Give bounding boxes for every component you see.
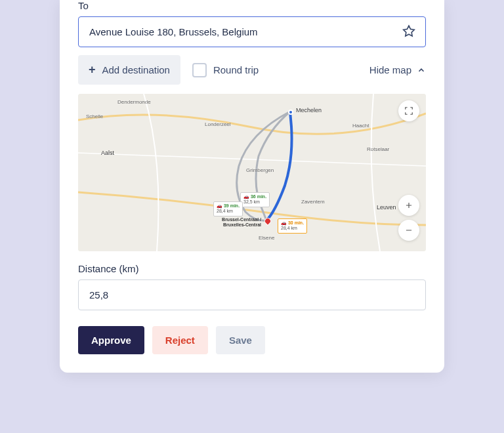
map-zoom-in-button[interactable]	[398, 195, 419, 216]
map-label-haacht: Haacht	[352, 123, 369, 129]
to-label: To	[78, 0, 426, 11]
map-zoom-out-button[interactable]	[398, 220, 419, 241]
svg-marker-0	[404, 26, 415, 36]
map-label-grimbergen: Grimbergen	[246, 167, 274, 173]
round-trip-toggle[interactable]: Round trip	[192, 63, 259, 77]
route-badge-alt-2[interactable]: 🚗 39 min.28,4 km	[213, 201, 243, 216]
add-destination-button[interactable]: + Add destination	[78, 55, 180, 85]
chevron-up-icon	[417, 66, 426, 75]
controls-row: + Add destination Round trip Hide map	[78, 55, 426, 85]
map-label-aalst: Aalst	[101, 150, 114, 156]
distance-section: Distance (km)	[78, 263, 426, 310]
fullscreen-icon	[404, 106, 413, 115]
plus-icon	[404, 201, 413, 210]
map-label-rotselaar: Rotselaar	[367, 146, 389, 152]
expense-route-card: To + Add destination Round trip Hide map	[60, 0, 444, 373]
plus-icon: +	[89, 63, 96, 77]
to-input-row	[78, 16, 426, 47]
action-buttons: Approve Reject Save	[78, 326, 426, 354]
distance-input[interactable]	[78, 279, 426, 310]
map-label-dendermonde: Dendermonde	[117, 99, 151, 105]
approve-button[interactable]: Approve	[78, 326, 144, 354]
map-zoom-controls	[398, 195, 419, 241]
hide-map-button[interactable]: Hide map	[369, 64, 426, 75]
save-button[interactable]: Save	[216, 326, 265, 354]
map-label-station: Brussel-Centraal /Bruxelles-Central	[206, 217, 261, 227]
route-badge-alt-1[interactable]: 🚗 36 min.32,5 km	[240, 192, 270, 207]
map-label-elsene: Elsene	[259, 235, 274, 241]
round-trip-label: Round trip	[213, 64, 259, 75]
route-map[interactable]: Mechelen Brussel-Centraal /Bruxelles-Cen…	[78, 94, 426, 251]
to-input[interactable]	[78, 16, 426, 47]
map-label-leuven: Leuven	[377, 204, 396, 211]
reject-button[interactable]: Reject	[152, 326, 208, 354]
add-destination-label: Add destination	[102, 64, 170, 75]
favorite-button[interactable]	[398, 20, 419, 43]
map-marker-start	[288, 110, 293, 115]
round-trip-checkbox[interactable]	[192, 63, 207, 77]
route-badge-primary[interactable]: 🚗 30 min.28,4 km	[278, 218, 307, 234]
map-label-londerzeel: Londerzeel	[205, 121, 231, 127]
star-icon	[402, 24, 415, 37]
map-label-schelle: Schelle	[86, 113, 103, 119]
map-label-zaventem: Zaventem	[301, 199, 325, 205]
distance-label: Distance (km)	[78, 263, 426, 274]
map-label-mechelen: Mechelen	[296, 107, 322, 113]
map-fullscreen-button[interactable]	[398, 100, 419, 121]
hide-map-label: Hide map	[369, 64, 411, 75]
minus-icon	[404, 226, 413, 235]
